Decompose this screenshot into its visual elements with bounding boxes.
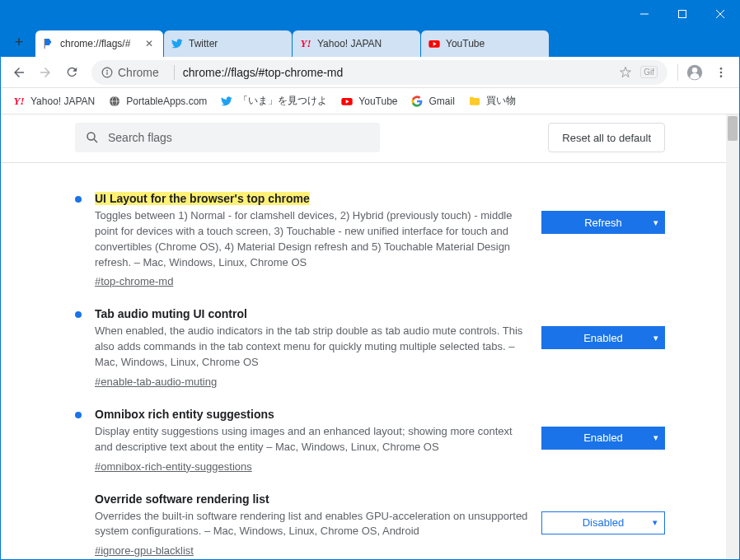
bookmark-label: Gmail (429, 96, 454, 107)
address-bar[interactable]: Chrome chrome://flags/#top-chrome-md Gif (91, 60, 667, 85)
toolbar-separator (677, 64, 678, 81)
bookmark-0[interactable]: Y!Yahoo! JAPAN (7, 91, 100, 111)
back-button[interactable] (6, 59, 32, 86)
flag-anchor-link[interactable]: #ignore-gpu-blacklist (95, 544, 194, 557)
flag-description: Toggles between 1) Normal - for clamshel… (95, 208, 528, 270)
browser-toolbar: Chrome chrome://flags/#top-chrome-md Gif (1, 57, 739, 88)
search-icon (85, 130, 100, 145)
yahoo-icon: Y! (299, 37, 312, 50)
gif-badge[interactable]: Gif (640, 66, 658, 78)
flag-icon (42, 37, 55, 50)
bookmark-star-icon[interactable] (619, 66, 632, 79)
modified-dot-icon (75, 196, 82, 203)
svg-rect-8 (106, 72, 107, 75)
yahoo-icon: Y! (12, 95, 26, 108)
window-title-bar (1, 1, 739, 27)
svg-line-19 (94, 139, 97, 142)
menu-button[interactable] (708, 59, 734, 86)
flag-title: Override software rendering list (95, 492, 269, 506)
new-tab-button[interactable]: + (7, 30, 30, 54)
scrollbar[interactable] (726, 114, 739, 559)
url-text: chrome://flags/#top-chrome-md (183, 66, 344, 79)
bookmark-5[interactable]: 買い物 (463, 91, 521, 111)
site-chip-label: Chrome (118, 66, 159, 79)
bookmarks-bar: Y!Yahoo! JAPANPortableApps.com「いま」を見つけよY… (1, 88, 739, 114)
bookmark-1[interactable]: PortableApps.com (103, 91, 212, 111)
svg-point-13 (720, 75, 723, 77)
flag-description: When enabled, the audio indicators in th… (95, 324, 528, 371)
flag-select[interactable]: Enabled (541, 326, 665, 349)
google-icon (410, 95, 424, 108)
flag-anchor-link[interactable]: #enable-tab-audio-muting (95, 376, 217, 388)
reload-button[interactable] (59, 59, 85, 86)
tab-title: Yahoo! JAPAN (317, 38, 414, 49)
page-content: Search flags Reset all to default UI Lay… (1, 114, 739, 559)
flag-anchor-link[interactable]: #omnibox-rich-entity-suggestions (95, 460, 252, 473)
flag-item: Tab audio muting UI controlWhen enabled,… (75, 288, 665, 389)
tab-1[interactable]: Twitter (164, 30, 292, 57)
modified-dot-icon (75, 412, 82, 418)
flag-select[interactable]: Refresh (541, 211, 665, 234)
twitter-icon (171, 37, 184, 50)
flag-title: Omnibox rich entity suggestions (95, 408, 274, 421)
omnibox-separator (174, 65, 175, 80)
bookmark-2[interactable]: 「いま」を見つけよ (215, 91, 332, 111)
search-flags-input[interactable]: Search flags (75, 123, 380, 152)
flag-item: Omnibox rich entity suggestionsDisplay e… (75, 389, 665, 474)
folder-icon (468, 95, 481, 108)
flags-list: UI Layout for the browser's top chromeTo… (1, 173, 739, 559)
tab-title: Twitter (189, 38, 285, 49)
flag-anchor-link[interactable]: #top-chrome-md (95, 275, 173, 287)
close-icon[interactable]: ✕ (145, 38, 157, 49)
window-minimize-button[interactable] (625, 1, 663, 27)
tab-title: chrome://flags/# (60, 38, 142, 49)
tab-3[interactable]: YouTube (421, 30, 549, 57)
flag-select[interactable]: Enabled (541, 427, 665, 450)
svg-rect-1 (679, 11, 686, 18)
tab-2[interactable]: Y!Yahoo! JAPAN (293, 30, 420, 57)
modified-dot-icon (75, 311, 82, 318)
svg-point-7 (106, 69, 108, 71)
window-maximize-button[interactable] (663, 1, 701, 27)
profile-button[interactable] (681, 59, 708, 86)
bookmark-4[interactable]: Gmail (405, 91, 459, 111)
youtube-icon (428, 37, 441, 50)
bookmark-label: 買い物 (486, 94, 516, 108)
window-close-button[interactable] (701, 1, 739, 27)
scrollbar-thumb[interactable] (728, 116, 738, 141)
bookmark-3[interactable]: YouTube (335, 91, 402, 111)
twitter-icon (220, 95, 233, 108)
flag-title: Tab audio muting UI control (95, 307, 247, 320)
globe-icon (108, 95, 121, 108)
svg-point-11 (720, 68, 723, 70)
tab-0[interactable]: chrome://flags/#✕ (35, 30, 163, 57)
youtube-icon (340, 95, 354, 108)
flag-select[interactable]: Disabled (541, 511, 665, 534)
bookmark-label: Yahoo! JAPAN (30, 96, 95, 107)
tab-strip: + chrome://flags/#✕TwitterY!Yahoo! JAPAN… (1, 27, 739, 57)
flag-description: Display entity suggestions using images … (95, 424, 528, 455)
svg-rect-4 (44, 39, 45, 49)
svg-point-10 (692, 68, 697, 72)
svg-point-18 (87, 133, 95, 140)
bookmark-label: PortableApps.com (126, 96, 207, 107)
flag-description: Overrides the built-in software renderin… (95, 509, 528, 540)
svg-point-12 (720, 71, 723, 73)
header-divider (1, 162, 739, 163)
bookmark-label: 「いま」を見つけよ (238, 94, 327, 108)
forward-button[interactable] (32, 59, 59, 86)
tab-title: YouTube (446, 38, 542, 49)
reset-all-button[interactable]: Reset all to default (548, 123, 665, 152)
flag-title: UI Layout for the browser's top chrome (95, 192, 310, 205)
flag-item: Override software rendering listOverride… (75, 474, 665, 558)
search-placeholder: Search flags (108, 131, 172, 144)
flag-item: UI Layout for the browser's top chromeTo… (75, 173, 665, 288)
site-info-chip[interactable]: Chrome (101, 66, 159, 79)
bookmark-label: YouTube (358, 96, 397, 107)
